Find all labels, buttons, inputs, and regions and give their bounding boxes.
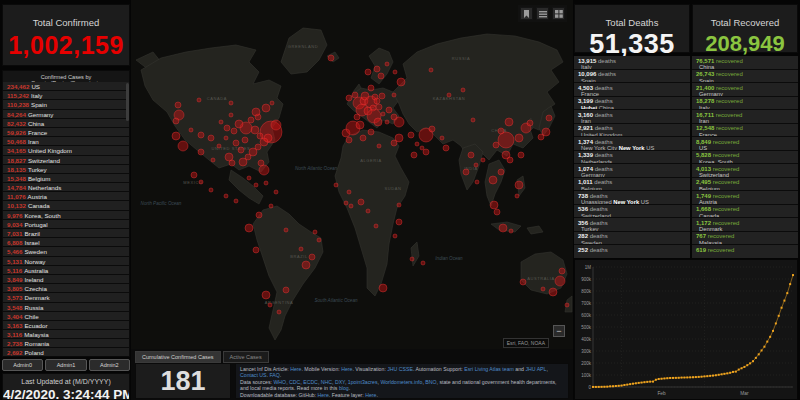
case-bubble[interactable]	[475, 180, 479, 184]
info-link[interactable]: blog	[339, 385, 349, 391]
info-link[interactable]: Here	[365, 392, 376, 398]
case-bubble[interactable]	[217, 144, 221, 148]
case-bubble[interactable]	[234, 199, 238, 203]
data-point[interactable]	[723, 373, 725, 375]
case-bubble[interactable]	[197, 98, 201, 102]
confirmed-row[interactable]: 5,116Australia	[3, 266, 129, 275]
case-bubble[interactable]	[264, 181, 268, 185]
data-point[interactable]	[792, 274, 794, 276]
data-point[interactable]	[601, 386, 603, 388]
case-bubble[interactable]	[252, 108, 260, 116]
case-bubble[interactable]	[396, 219, 402, 225]
data-point[interactable]	[729, 372, 731, 374]
case-bubble[interactable]	[549, 288, 557, 296]
recovered-row[interactable]: 1,668 recoveredCanada	[692, 205, 798, 219]
case-bubble[interactable]	[360, 135, 366, 141]
info-link[interactable]: Esri Living Atlas team	[464, 366, 514, 372]
data-point[interactable]	[626, 384, 628, 386]
death-row[interactable]: 1,011 deathsBelgium	[574, 178, 690, 192]
case-bubble[interactable]	[481, 158, 485, 162]
case-bubble[interactable]	[379, 93, 385, 99]
case-bubble[interactable]	[356, 121, 364, 129]
case-bubble[interactable]	[262, 291, 270, 299]
data-point[interactable]	[686, 376, 688, 378]
case-bubble[interactable]	[175, 102, 181, 108]
case-bubble[interactable]	[518, 152, 524, 158]
data-point[interactable]	[738, 369, 740, 371]
case-bubble[interactable]	[397, 78, 405, 86]
recovered-row[interactable]: 767 recoveredMalaysia	[692, 232, 798, 246]
death-row[interactable]: 1,339 deathsNetherlands	[574, 151, 690, 165]
data-point[interactable]	[606, 386, 608, 388]
confirmed-row[interactable]: 11,076Austria	[3, 192, 129, 201]
case-bubble[interactable]	[198, 132, 204, 138]
case-bubble[interactable]	[538, 134, 544, 140]
case-bubble[interactable]	[386, 107, 392, 113]
data-point[interactable]	[732, 371, 734, 373]
data-point[interactable]	[603, 386, 605, 388]
case-bubble[interactable]	[429, 68, 433, 72]
case-bubble[interactable]	[233, 140, 239, 146]
data-point[interactable]	[721, 373, 723, 375]
case-bubble[interactable]	[374, 224, 378, 228]
recovered-row[interactable]: 4,013 recoveredSwitzerland	[692, 164, 798, 178]
confirmed-row[interactable]: 3,573Denmark	[3, 293, 129, 302]
case-bubble[interactable]	[211, 158, 215, 162]
cumulative-cases-chart[interactable]: 0100k200k300k400k500k600k700k800k900k1MF…	[574, 259, 798, 400]
data-point[interactable]	[641, 382, 643, 384]
data-point[interactable]	[726, 372, 728, 374]
case-bubble[interactable]	[199, 180, 203, 184]
data-point[interactable]	[735, 371, 737, 373]
confirmed-row[interactable]: 3,849Ireland	[3, 275, 129, 284]
case-bubble[interactable]	[411, 152, 417, 158]
case-bubble[interactable]	[374, 66, 380, 72]
confirmed-row[interactable]: 3,548Russia	[3, 303, 129, 312]
death-row[interactable]: 10,096 deathsSpain	[574, 70, 690, 84]
admin-tab-admin0[interactable]: Admin0	[2, 359, 43, 371]
case-bubble[interactable]	[366, 209, 370, 213]
data-point[interactable]	[678, 377, 680, 379]
confirmed-row[interactable]: 3,805Czechia	[3, 284, 129, 293]
confirmed-row[interactable]: 15,348Belgium	[3, 174, 129, 183]
recovered-list[interactable]: 76,571 recoveredChina26,743 recoveredSpa…	[692, 56, 798, 258]
data-point[interactable]	[595, 386, 597, 388]
confirmed-row[interactable]: 50,468Iran	[3, 137, 129, 146]
case-bubble[interactable]	[238, 147, 244, 153]
case-bubble[interactable]	[505, 118, 513, 126]
data-point[interactable]	[703, 375, 705, 377]
data-point[interactable]	[775, 322, 777, 324]
data-point[interactable]	[666, 377, 668, 379]
data-point[interactable]	[612, 385, 614, 387]
data-point[interactable]	[718, 374, 720, 376]
case-bubble[interactable]	[447, 93, 451, 97]
case-bubble[interactable]	[258, 160, 264, 166]
data-point[interactable]	[632, 383, 634, 385]
case-bubble[interactable]	[271, 120, 281, 130]
case-bubble[interactable]	[515, 134, 523, 142]
data-point[interactable]	[715, 374, 717, 376]
case-bubble[interactable]	[268, 303, 272, 307]
data-point[interactable]	[646, 381, 648, 383]
confirmed-row[interactable]: 10,132Canada	[3, 201, 129, 210]
case-bubble[interactable]	[346, 137, 352, 143]
case-bubble[interactable]	[259, 165, 269, 175]
data-point[interactable]	[783, 300, 785, 302]
data-point[interactable]	[652, 381, 654, 383]
data-point[interactable]	[706, 375, 708, 377]
case-bubble[interactable]	[489, 176, 497, 184]
confirmed-row[interactable]: 9,976Korea, South	[3, 211, 129, 220]
case-bubble[interactable]	[284, 228, 288, 232]
case-bubble[interactable]	[346, 95, 352, 101]
recovered-row[interactable]: 619 recovered	[692, 245, 798, 258]
case-bubble[interactable]	[231, 128, 237, 134]
basemap-grid-icon[interactable]	[552, 7, 565, 20]
confirmed-list[interactable]: 234,462US115,242Italy110,238Spain84,264G…	[3, 82, 129, 356]
recovered-row[interactable]: 8,849 recoveredUS	[692, 137, 798, 151]
death-row[interactable]: 4,503 deathsFrance	[574, 83, 690, 97]
data-point[interactable]	[778, 315, 780, 317]
info-link[interactable]: ECDC	[303, 379, 318, 385]
data-point[interactable]	[643, 381, 645, 383]
confirmed-row[interactable]: 9,034Portugal	[3, 220, 129, 229]
case-bubble[interactable]	[429, 126, 435, 132]
data-point[interactable]	[592, 386, 594, 388]
